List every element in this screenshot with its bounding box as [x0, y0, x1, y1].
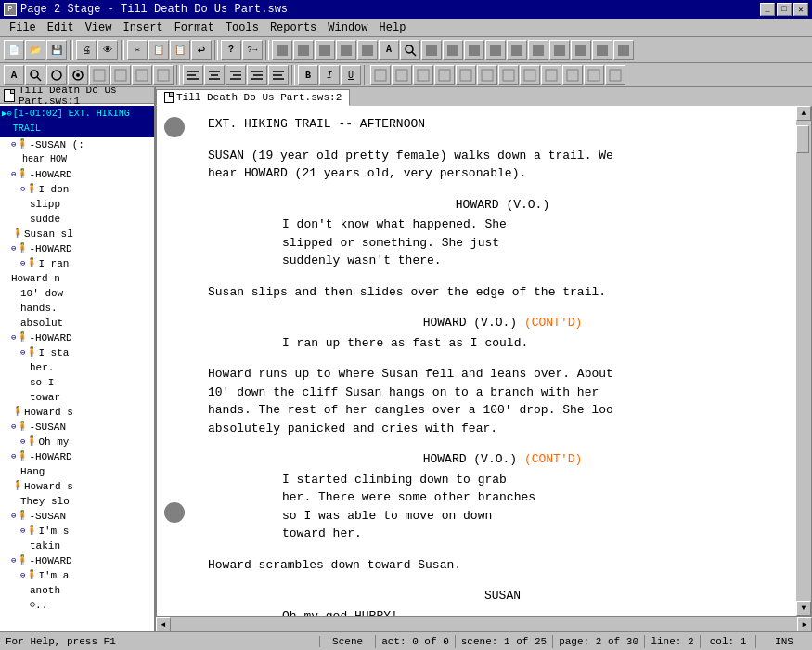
tree-action-hang[interactable]: Hang — [0, 464, 154, 479]
align-right[interactable] — [226, 65, 246, 85]
open-button[interactable]: 📂 — [25, 40, 45, 60]
tree-susan-2[interactable]: ⊖ 🧍 -SUSAN — [0, 420, 154, 435]
save-button[interactable]: 💾 — [46, 40, 67, 60]
minimize-button[interactable]: _ — [760, 3, 775, 16]
tree-susan-dial-1[interactable]: ⊖ 🧍 Oh my — [0, 435, 154, 449]
extra-btn-9[interactable] — [541, 65, 561, 85]
tb-btn-13[interactable] — [571, 40, 591, 60]
tb-btn-7[interactable] — [443, 40, 463, 60]
tb-btn-6[interactable] — [421, 40, 442, 60]
close-button[interactable]: ✕ — [793, 3, 808, 16]
tb-btn-3[interactable] — [315, 40, 335, 60]
align-left[interactable] — [183, 65, 203, 85]
menu-insert[interactable]: Insert — [117, 20, 168, 35]
tree-howard-5[interactable]: ⊖ 🧍 -HOWARD — [0, 553, 154, 568]
vertical-scrollbar[interactable]: ▲ ▼ — [796, 106, 811, 616]
tree-howard-3[interactable]: ⊖ 🧍 -HOWARD — [0, 331, 154, 345]
tb-btn-1[interactable] — [272, 40, 292, 60]
extra-btn-6[interactable] — [477, 65, 497, 85]
extra-btn-10[interactable] — [562, 65, 583, 85]
format-btn-1[interactable] — [89, 65, 110, 85]
extra-btn-8[interactable] — [520, 65, 540, 85]
tb-btn-10[interactable] — [507, 40, 527, 60]
tree-howard-action[interactable]: Howard n — [0, 271, 154, 286]
extra-btn-1[interactable] — [370, 65, 391, 85]
circle-btn-2[interactable] — [68, 65, 88, 85]
tree-howard-dial-2[interactable]: ⊖ 🧍 I ran — [0, 256, 154, 271]
tree-howard-s[interactable]: 🧍 Howard s — [0, 479, 154, 494]
tree-action-absolute[interactable]: absolut — [0, 316, 154, 331]
tree-note[interactable]: ⊙ .. — [0, 598, 154, 613]
tb-btn-12[interactable] — [549, 40, 570, 60]
menu-tools[interactable]: Tools — [220, 20, 264, 35]
bold-button[interactable]: B — [298, 65, 318, 85]
context-help-button[interactable]: ?→ — [242, 40, 263, 60]
tree-they-slo[interactable]: They slo — [0, 494, 154, 509]
script-tab-2[interactable]: Till Death Do Us Part.sws:2 — [156, 89, 350, 106]
underline-button[interactable]: U — [341, 65, 361, 85]
tree-action-hands[interactable]: hands. — [0, 301, 154, 316]
menu-window[interactable]: Window — [322, 20, 373, 35]
scroll-thumb-v[interactable] — [796, 125, 809, 153]
scroll-up-button[interactable]: ▲ — [796, 106, 811, 121]
cut-button[interactable]: ✂ — [127, 40, 148, 60]
scroll-down-button[interactable]: ▼ — [796, 601, 811, 616]
extra-btn-11[interactable] — [584, 65, 604, 85]
tree-action-1[interactable]: hear HOW — [0, 152, 154, 167]
align-center[interactable] — [204, 65, 225, 85]
tb-btn-11[interactable] — [528, 40, 548, 60]
tree-howard-dial-1[interactable]: ⊖ 🧍 I don — [0, 182, 154, 197]
tree-susan-slips[interactable]: 🧍 Susan sl — [0, 227, 154, 241]
outdent-btn[interactable] — [268, 65, 289, 85]
extra-btn-12[interactable] — [605, 65, 625, 85]
print-button[interactable]: 🖨 — [76, 40, 97, 60]
tree-action-towar[interactable]: towar — [0, 390, 154, 405]
format-a-button[interactable]: A — [379, 40, 399, 60]
tree-action-10ft[interactable]: 10' dow — [0, 286, 154, 301]
menu-edit[interactable]: Edit — [42, 20, 80, 35]
script-content[interactable]: EXT. HIKING TRAIL -- AFTERNOON SUSAN (19… — [156, 106, 812, 617]
tb-btn-14[interactable] — [592, 40, 612, 60]
print-preview-button[interactable]: 👁 — [97, 40, 118, 60]
help-button[interactable]: ? — [221, 40, 241, 60]
copy-button[interactable]: 📋 — [148, 40, 169, 60]
tb-btn-5[interactable] — [357, 40, 378, 60]
tree-howard-4[interactable]: ⊖ 🧍 -HOWARD — [0, 449, 154, 464]
tb-btn-4[interactable] — [336, 40, 356, 60]
char-a-button[interactable]: A — [4, 65, 24, 85]
tree-a-sudde[interactable]: sudde — [0, 212, 154, 227]
extra-btn-7[interactable] — [498, 65, 519, 85]
menu-help[interactable]: Help — [374, 20, 412, 35]
format-btn-4[interactable] — [153, 65, 174, 85]
extra-btn-4[interactable] — [434, 65, 455, 85]
scroll-track-h[interactable] — [171, 618, 797, 632]
tree-susan-1[interactable]: ⊖ 🧍 -SUSAN (: — [0, 137, 154, 152]
tb-btn-8[interactable] — [464, 40, 484, 60]
scroll-right-button[interactable]: ► — [797, 618, 812, 632]
scroll-track-v[interactable] — [796, 121, 811, 601]
format-btn-2[interactable] — [110, 65, 131, 85]
menu-format[interactable]: Format — [169, 20, 220, 35]
tree-howard-dial-4[interactable]: ⊖ 🧍 I'm a — [0, 568, 154, 583]
format-btn-3[interactable] — [132, 65, 152, 85]
italic-button[interactable]: I — [319, 65, 340, 85]
circle-btn-1[interactable] — [46, 65, 67, 85]
tree-howard-scramble[interactable]: 🧍 Howard s — [0, 405, 154, 420]
tree-susan-dial-2[interactable]: ⊖ 🧍 I'm s — [0, 524, 154, 539]
tree-howard-2[interactable]: ⊖ 🧍 -HOWARD — [0, 241, 154, 256]
tree-susan-3[interactable]: ⊖ 🧍 -SUSAN — [0, 509, 154, 524]
tb-btn-9[interactable] — [485, 40, 506, 60]
tb-btn-2[interactable] — [293, 40, 314, 60]
paste-button[interactable]: 📋 — [170, 40, 190, 60]
tree-action-takin[interactable]: takin — [0, 539, 154, 553]
maximize-button[interactable]: □ — [777, 3, 792, 16]
tree-a-slipp[interactable]: slipp — [0, 197, 154, 212]
horizontal-scrollbar[interactable]: ◄ ► — [156, 617, 812, 631]
menu-reports[interactable]: Reports — [264, 20, 322, 35]
tree-scene-1[interactable]: ▶⊖ [1-01:02] EXT. HIKING TRAIL — [0, 106, 154, 137]
tree-action-anoth[interactable]: anoth — [0, 583, 154, 598]
tree-action-her[interactable]: her. — [0, 360, 154, 375]
tree-howard-dial-3[interactable]: ⊖ 🧍 I sta — [0, 345, 154, 360]
tree-howard-1[interactable]: ⊖ 🧍 -HOWARD — [0, 167, 154, 182]
menu-view[interactable]: View — [80, 20, 118, 35]
